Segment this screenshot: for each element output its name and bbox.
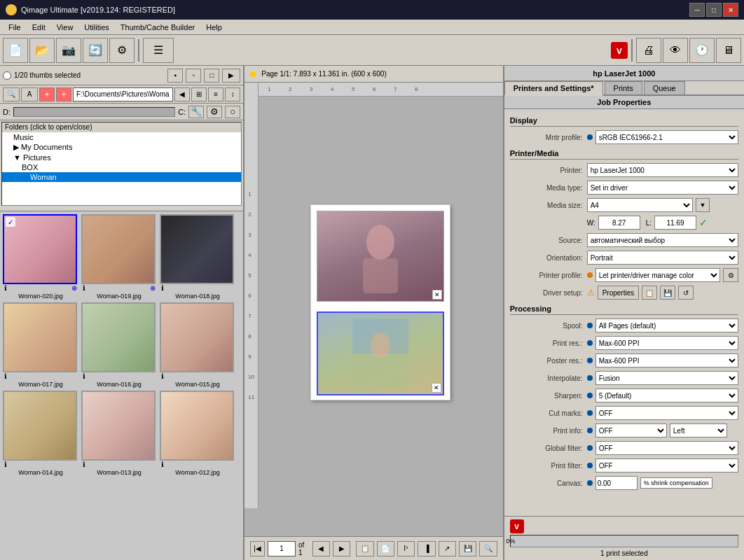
info-icon-013[interactable]: ℹ: [83, 461, 85, 468]
first-page-btn[interactable]: |◀: [250, 541, 265, 556]
paste-btn[interactable]: 📄: [377, 541, 394, 556]
prev-page-btn[interactable]: ◀: [312, 541, 330, 556]
thumb-img-016[interactable]: [81, 302, 156, 372]
printer-select[interactable]: hp LaserJet 1000: [587, 163, 738, 177]
toolbar-list[interactable]: ☰: [143, 38, 174, 63]
info-icon-012[interactable]: ℹ: [161, 461, 164, 468]
close-photo-2[interactable]: ✕: [432, 383, 441, 393]
printer-profile-select[interactable]: Let printer/driver manage color: [595, 268, 720, 282]
view-small[interactable]: ▪: [167, 69, 183, 83]
orientation-select[interactable]: Portrait: [587, 251, 738, 265]
l-input[interactable]: [654, 216, 696, 230]
interpolate-select[interactable]: Fusion: [595, 371, 738, 385]
close-photo-1[interactable]: ✕: [432, 290, 442, 300]
cut-marks-select[interactable]: OFF: [595, 406, 738, 420]
menu-edit[interactable]: Edit: [27, 22, 51, 33]
save-btn[interactable]: 💾: [459, 541, 476, 556]
add-button[interactable]: +: [39, 88, 55, 102]
toolbar-open[interactable]: 📂: [29, 38, 55, 63]
sort-icon[interactable]: ↕: [225, 88, 240, 102]
menu-view[interactable]: View: [51, 22, 79, 33]
menu-help[interactable]: Help: [200, 22, 228, 33]
path-input[interactable]: [73, 88, 173, 102]
menu-file[interactable]: File: [3, 22, 27, 33]
profile-settings-btn[interactable]: ⚙: [723, 268, 738, 282]
poster-res-select[interactable]: Max-600 PPI: [595, 354, 738, 368]
radio-1[interactable]: [3, 71, 11, 80]
canvas-input[interactable]: [595, 476, 638, 490]
grid-icon[interactable]: ⊞: [191, 88, 207, 102]
properties-btn[interactable]: Properties: [598, 286, 640, 300]
toolbar-refresh[interactable]: 🔄: [83, 38, 108, 63]
photo-slot-2[interactable]: ✕: [317, 312, 444, 396]
print-res-select[interactable]: Max-600 PPI: [595, 336, 738, 350]
photo-slot-1[interactable]: ✕: [317, 211, 444, 302]
info-icon-015[interactable]: ℹ: [161, 372, 164, 380]
info-icon-014[interactable]: ℹ: [4, 461, 7, 468]
info-icon-016[interactable]: ℹ: [83, 372, 85, 380]
strip-btn[interactable]: ▐: [418, 541, 435, 556]
copy-btn[interactable]: 📋: [356, 541, 373, 556]
driver-reset-btn[interactable]: ↺: [678, 286, 694, 300]
thumb-img-014[interactable]: [3, 391, 77, 461]
driver-save-btn[interactable]: 💾: [660, 286, 675, 300]
maximize-button[interactable]: □: [706, 3, 722, 17]
print-info-pos-select[interactable]: Left: [670, 424, 727, 438]
menu-utilities[interactable]: Utilities: [78, 22, 114, 33]
export-btn[interactable]: ↗: [439, 541, 456, 556]
source-select[interactable]: автоматический выбор: [587, 233, 738, 247]
thumb-img-012[interactable]: [160, 391, 234, 461]
search-icon[interactable]: 🔍: [3, 88, 20, 102]
next-page-btn[interactable]: ▶: [333, 541, 350, 556]
folder-woman[interactable]: Woman: [2, 172, 241, 182]
folder-my-documents[interactable]: ▶ My Documents: [2, 142, 241, 153]
thumb-img-015[interactable]: [160, 302, 234, 372]
view-large[interactable]: □: [204, 69, 219, 83]
tools-icon[interactable]: 🔧: [188, 106, 204, 118]
print-filter-select[interactable]: OFF: [595, 458, 738, 472]
info-icon-017[interactable]: ℹ: [4, 372, 7, 380]
view-medium[interactable]: ▫: [186, 69, 201, 83]
info-icon-020[interactable]: ℹ: [4, 284, 7, 292]
media-type-select[interactable]: Set in driver: [587, 181, 738, 195]
toolbar-camera[interactable]: 📷: [56, 38, 81, 63]
thumb-img-020[interactable]: ✓: [3, 214, 77, 284]
media-size-select[interactable]: A4: [587, 198, 693, 212]
info-icon-018[interactable]: ℹ: [161, 284, 164, 292]
settings2-icon[interactable]: ⚙: [207, 106, 222, 118]
list-icon[interactable]: ≡: [208, 88, 223, 102]
toolbar-new[interactable]: 📄: [3, 38, 28, 63]
minimize-button[interactable]: ─: [689, 3, 705, 17]
media-size-btn[interactable]: ▼: [696, 198, 710, 212]
close-button[interactable]: ✕: [723, 3, 738, 17]
w-input[interactable]: [598, 216, 640, 230]
mntr-select[interactable]: sRGB IEC61966-2.1: [595, 130, 738, 144]
circle-icon[interactable]: ○: [225, 106, 240, 118]
add-icon-019[interactable]: ⊕: [150, 284, 156, 292]
tab-printers-settings[interactable]: Printers and Settings*: [504, 81, 603, 96]
toolbar-print[interactable]: 🖨: [636, 38, 661, 63]
thumb-img-019[interactable]: [81, 214, 156, 284]
tab-queue[interactable]: Queue: [644, 81, 685, 94]
toolbar-clock[interactable]: 🕐: [689, 38, 715, 63]
toolbar-extra[interactable]: 🖥: [716, 38, 741, 63]
toolbar-settings[interactable]: ⚙: [109, 38, 135, 63]
thumb-img-017[interactable]: [3, 302, 77, 372]
driver-copy-btn[interactable]: 📋: [642, 286, 657, 300]
sharpen-select[interactable]: 5 (Default): [595, 388, 738, 402]
page-number-input[interactable]: 1: [268, 541, 296, 556]
zoom-btn[interactable]: 🔍: [479, 541, 497, 556]
amazon-icon[interactable]: A: [21, 88, 38, 102]
tab-prints[interactable]: Prints: [605, 81, 642, 94]
next-arrow[interactable]: ▶: [222, 69, 240, 83]
add2-button[interactable]: +: [56, 88, 71, 102]
print-info-select[interactable]: OFF: [595, 424, 667, 438]
spool-select[interactable]: All Pages (default): [595, 318, 738, 332]
back-button[interactable]: ◀: [174, 88, 190, 102]
toolbar-preview[interactable]: 👁: [663, 38, 688, 63]
format-btn[interactable]: Iˢ: [397, 541, 415, 556]
thumb-img-018[interactable]: [160, 214, 234, 284]
thumb-img-013[interactable]: [81, 391, 156, 461]
add-icon-020[interactable]: ⊕: [71, 284, 77, 292]
menu-thumb-cache[interactable]: Thumb/Cache Builder: [115, 22, 200, 33]
